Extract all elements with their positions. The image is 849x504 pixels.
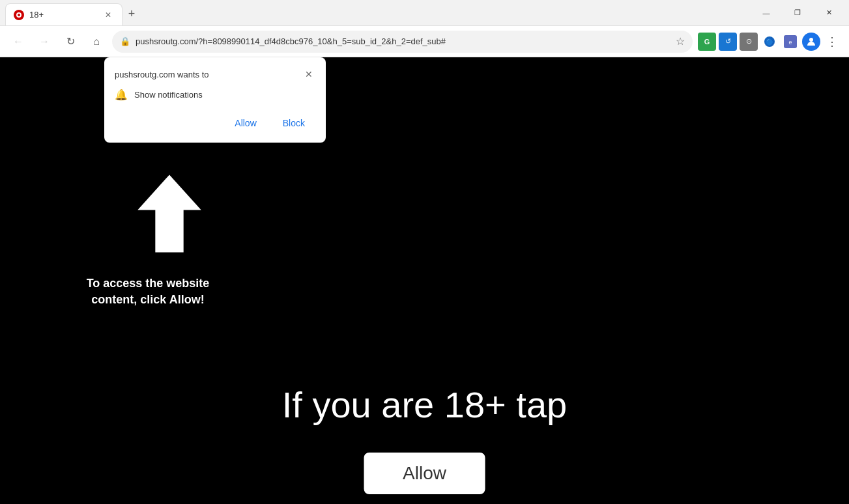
address-bar[interactable]: 🔒 pushsroutg.com/?h=8098990114_df4d8cbc9… bbox=[112, 31, 693, 53]
svg-marker-5 bbox=[137, 175, 201, 252]
extension-icon-4[interactable]: 🔵 bbox=[760, 33, 779, 51]
tab-title: 18+ bbox=[29, 10, 44, 20]
extension-icon-3[interactable]: ⊙ bbox=[740, 33, 758, 51]
main-allow-button[interactable]: Allow bbox=[364, 453, 485, 494]
address-text: pushsroutg.com/?h=8098990114_df4d8cbc976… bbox=[136, 36, 670, 46]
popup-close-button[interactable]: ✕ bbox=[302, 68, 315, 81]
bookmark-icon[interactable]: ☆ bbox=[676, 35, 685, 48]
notification-description: Show notifications bbox=[134, 90, 203, 100]
maximize-button[interactable]: ❐ bbox=[783, 3, 813, 23]
popup-title: pushsroutg.com wants to bbox=[115, 70, 209, 79]
title-bar: 18+ ✕ + — ❐ ✕ bbox=[0, 0, 849, 26]
svg-text:e: e bbox=[788, 39, 792, 46]
lock-icon: 🔒 bbox=[120, 36, 130, 46]
navigation-bar: ← → ↻ ⌂ 🔒 pushsroutg.com/?h=8098990114_d… bbox=[0, 26, 849, 57]
web-content: pushsroutg.com wants to ✕ 🔔 Show notific… bbox=[0, 57, 849, 504]
window-controls: — ❐ ✕ bbox=[751, 3, 844, 23]
svg-point-4 bbox=[809, 38, 813, 42]
profile-button[interactable] bbox=[802, 33, 820, 51]
close-button[interactable]: ✕ bbox=[814, 3, 844, 23]
active-tab[interactable]: 18+ ✕ bbox=[5, 3, 122, 25]
tab-strip: 18+ ✕ + bbox=[5, 0, 743, 25]
tab-favicon bbox=[14, 10, 24, 20]
extension-icon-2[interactable]: ↺ bbox=[719, 33, 737, 51]
notification-row: 🔔 Show notifications bbox=[115, 89, 315, 101]
notification-popup: pushsroutg.com wants to ✕ 🔔 Show notific… bbox=[104, 57, 326, 143]
browser-frame: 18+ ✕ + — ❐ ✕ ← → ↻ ⌂ 🔒 bbox=[0, 0, 849, 504]
svg-text:🔵: 🔵 bbox=[766, 38, 774, 46]
block-notification-button[interactable]: Block bbox=[272, 114, 315, 132]
back-button[interactable]: ← bbox=[8, 31, 29, 52]
reload-button[interactable]: ↻ bbox=[60, 31, 81, 52]
main-content-text: If you are 18+ tap bbox=[282, 384, 567, 426]
new-tab-button[interactable]: + bbox=[122, 5, 141, 23]
browser-menu-button[interactable]: ⋮ bbox=[823, 33, 841, 51]
extension-icon-1[interactable]: G bbox=[698, 33, 716, 51]
instruction-text: To access the website content, click All… bbox=[63, 275, 233, 308]
home-button[interactable]: ⌂ bbox=[86, 31, 107, 52]
allow-notification-button[interactable]: Allow bbox=[224, 114, 266, 132]
toolbar-icons: G ↺ ⊙ 🔵 e ⋮ bbox=[698, 33, 841, 51]
forward-button[interactable]: → bbox=[34, 31, 55, 52]
extension-icon-5[interactable]: e bbox=[781, 33, 799, 51]
popup-header: pushsroutg.com wants to ✕ bbox=[115, 68, 315, 81]
popup-actions: Allow Block bbox=[115, 114, 315, 132]
tab-close-button[interactable]: ✕ bbox=[102, 9, 114, 21]
bell-icon: 🔔 bbox=[115, 89, 128, 101]
minimize-button[interactable]: — bbox=[751, 3, 781, 23]
